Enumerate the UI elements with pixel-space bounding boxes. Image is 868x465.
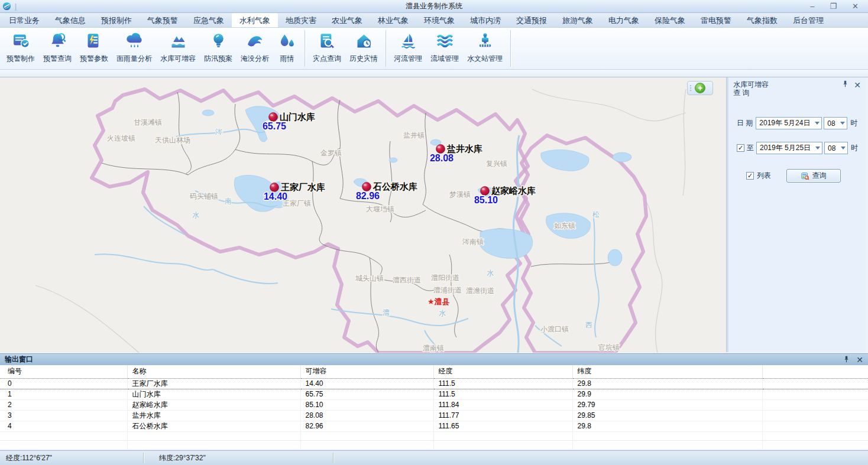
menu-item-保险气象[interactable]: 保险气象 <box>647 13 693 27</box>
menu-item-农业气象[interactable]: 农业气象 <box>324 13 370 27</box>
toolbar-button-流域管理[interactable]: 流域管理 <box>426 30 463 65</box>
toolbar: 预警制作 预警查询 预警参数 面雨量分析 水库可增容 防汛预案 淹没分析 雨情 … <box>0 28 868 70</box>
toolbar-button-历史灾情[interactable]: 历史灾情 <box>345 30 382 65</box>
chevron-down-icon <box>815 147 820 149</box>
column-header-名称[interactable]: 名称 <box>127 365 300 378</box>
output-close-icon[interactable]: ✕ <box>856 356 863 363</box>
pin-icon[interactable] <box>844 355 849 365</box>
hour-to-select[interactable]: 08 <box>824 142 848 154</box>
town-label-官垸镇: 官垸镇 <box>598 343 620 352</box>
toolbar-button-灾点查询[interactable]: 灾点查询 <box>309 30 345 65</box>
town-label-复兴镇: 复兴镇 <box>486 160 507 168</box>
table-row[interactable]: 1山门水库65.75111.529.9 <box>0 389 868 399</box>
map-add-layer-control[interactable]: + <box>687 81 713 95</box>
town-label-金罗镇: 金罗镇 <box>320 149 342 157</box>
query-button[interactable]: 查询 <box>786 169 841 183</box>
toolbar-button-预警查询[interactable]: 预警查询 <box>39 30 76 65</box>
column-header-经度[interactable]: 经度 <box>433 365 572 378</box>
town-label-码头铺镇: 码头铺镇 <box>190 192 218 200</box>
toolbar-button-预警参数[interactable]: 预警参数 <box>76 30 112 65</box>
panel-title-line1: 水库可增容 <box>733 80 861 89</box>
town-label-梦溪镇: 梦溪镇 <box>449 190 471 199</box>
toolbar-button-水库可增容[interactable]: 水库可增容 <box>156 30 200 65</box>
output-window: 输出窗口 ✕ 编号名称可增容经度纬度 0王家厂水库14.40111.529.81… <box>0 353 868 449</box>
menu-bar: 日常业务气象信息预报制作气象预警应急气象水利气象地质灾害农业气象林业气象环境气象… <box>0 13 868 28</box>
toolbar-button-水文站管理[interactable]: 水文站管理 <box>463 30 507 65</box>
town-label-澧阳街道: 澧阳街道 <box>431 274 459 282</box>
column-header-编号[interactable]: 编号 <box>0 365 127 378</box>
title-bar: | 澧县业务制作系统 – ❐ ✕ <box>0 0 868 13</box>
latitude-readout: 纬度:29°37'32" <box>144 453 333 463</box>
town-label-澧澹街道: 澧澹街道 <box>466 287 494 295</box>
query-button-icon <box>801 172 809 180</box>
map-background <box>0 77 726 353</box>
town-label-涔南镇: 涔南镇 <box>462 238 484 246</box>
add-icon[interactable]: + <box>695 83 705 93</box>
list-label: 列表 <box>757 171 771 181</box>
close-button[interactable]: ✕ <box>852 1 859 12</box>
toolbar-button-防汛预案[interactable]: 防汛预案 <box>200 30 237 65</box>
map-canvas[interactable]: 甘溪滩镇火连坡镇天供山林场金罗镇盐井镇复兴镇码头铺镇王家厂镇梦溪镇大堰垱镇如东镇… <box>0 77 726 353</box>
maximize-button[interactable]: ❐ <box>830 1 837 12</box>
menu-item-气象指数[interactable]: 气象指数 <box>739 13 785 27</box>
menu-item-环境气象[interactable]: 环境气象 <box>416 13 462 27</box>
table-row[interactable]: 2赵家峪水库85.10111.8429.79 <box>0 399 868 410</box>
menu-item-电力气象[interactable]: 电力气象 <box>601 13 647 27</box>
date-to-select[interactable]: 2019年 5月25日 <box>756 142 822 154</box>
column-header-可增容[interactable]: 可增容 <box>300 365 433 378</box>
menu-item-日常业务[interactable]: 日常业务 <box>1 13 47 27</box>
toolbar-button-雨情[interactable]: 雨情 <box>273 30 301 65</box>
hour-suffix: 时 <box>851 143 858 153</box>
menu-item-雷电预警[interactable]: 雷电预警 <box>693 13 739 27</box>
menu-item-城市内涝[interactable]: 城市内涝 <box>462 13 509 27</box>
panel-close-icon[interactable]: ✕ <box>854 82 861 89</box>
hydrostation-management-icon <box>475 31 495 53</box>
pin-icon[interactable] <box>843 80 848 89</box>
menu-item-后台管理[interactable]: 后台管理 <box>785 13 831 27</box>
menu-item-交通预报[interactable]: 交通预报 <box>509 13 555 27</box>
menu-item-气象预警[interactable]: 气象预警 <box>140 13 186 27</box>
minimize-button[interactable]: – <box>810 1 814 12</box>
toolbar-button-预警制作[interactable]: 预警制作 <box>2 30 39 65</box>
reservoir-capacity-panel: 水库可增容 查 询 ✕ 日 期 2019年 5月24日 08 时 <box>728 77 866 352</box>
reservoir-value-label: 28.08 <box>430 153 454 163</box>
toolbar-button-淹没分析[interactable]: 淹没分析 <box>237 30 273 65</box>
menu-item-预报制作[interactable]: 预报制作 <box>93 13 140 27</box>
river-label: 西 <box>585 321 592 329</box>
county-seat: ★澧县 <box>427 297 450 306</box>
table-row[interactable]: 4石公桥水库82.96111.6529.8 <box>0 421 868 431</box>
to-checkbox[interactable]: ✓ <box>737 144 744 152</box>
inundation-analysis-icon <box>245 31 265 53</box>
date-from-select[interactable]: 2019年 5月24日 <box>756 117 822 129</box>
town-label-澧浦街道: 澧浦街道 <box>433 286 462 294</box>
town-label-天供山林场: 天供山林场 <box>155 136 190 144</box>
town-label-火连坡镇: 火连坡镇 <box>107 134 135 142</box>
menu-item-水利气象[interactable]: 水利气象 <box>232 13 278 27</box>
toolbar-button-面雨量分析[interactable]: 面雨量分析 <box>112 30 156 65</box>
town-label-澧南镇: 澧南镇 <box>423 344 444 352</box>
date-label: 日 期 <box>737 118 753 128</box>
menu-item-气象信息[interactable]: 气象信息 <box>47 13 93 27</box>
table-row[interactable]: 0王家厂水库14.40111.529.8 <box>0 378 868 389</box>
column-header-纬度[interactable]: 纬度 <box>572 365 762 378</box>
warning-create-icon <box>11 31 31 53</box>
warning-params-icon <box>85 31 104 53</box>
drag-handle-icon[interactable] <box>690 85 692 91</box>
river-label: 水 <box>487 269 494 277</box>
list-checkbox[interactable]: ✓ <box>746 172 754 180</box>
hour-suffix: 时 <box>850 118 857 128</box>
river-label: 水 <box>192 211 199 219</box>
window-title: 澧县业务制作系统 <box>0 1 868 11</box>
toolbar-button-河流管理[interactable]: 河流管理 <box>390 30 426 65</box>
reservoir-name-label: 石公桥水库 <box>373 181 417 191</box>
table-row[interactable]: 3盐井水库28.08111.7729.85 <box>0 410 868 421</box>
river-management-icon <box>399 31 418 53</box>
hour-from-select[interactable]: 08 <box>824 117 847 129</box>
menu-item-旅游气象[interactable]: 旅游气象 <box>555 13 601 27</box>
chevron-down-icon <box>815 122 820 125</box>
town-label-盐井镇: 盐井镇 <box>403 131 425 139</box>
menu-item-林业气象[interactable]: 林业气象 <box>370 13 416 27</box>
results-table: 编号名称可增容经度纬度 0王家厂水库14.40111.529.81山门水库65.… <box>0 365 868 449</box>
menu-item-应急气象[interactable]: 应急气象 <box>186 13 232 27</box>
menu-item-地质灾害[interactable]: 地质灾害 <box>278 13 324 27</box>
